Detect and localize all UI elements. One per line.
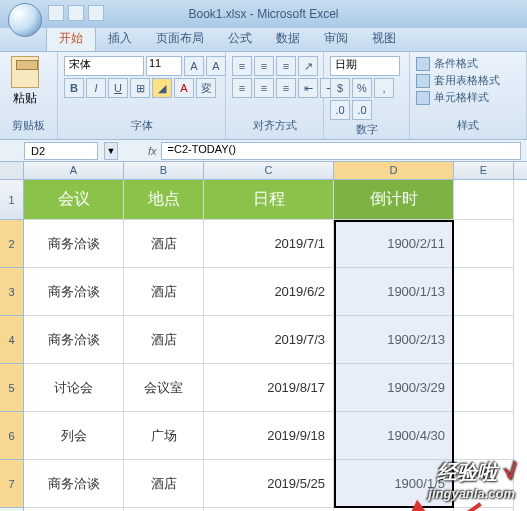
cell-C4[interactable]: 2019/7/3 [204, 316, 334, 364]
indent-decrease-button[interactable]: ⇤ [298, 78, 318, 98]
qat-undo-icon[interactable] [68, 5, 84, 21]
align-center-button[interactable]: ≡ [254, 78, 274, 98]
cell-B5[interactable]: 会议室 [124, 364, 204, 412]
cell-E5[interactable] [454, 364, 514, 412]
check-icon: √ [503, 459, 515, 484]
underline-button[interactable]: U [108, 78, 128, 98]
cell-A7[interactable]: 商务洽谈 [24, 460, 124, 508]
style-group-label: 样式 [416, 116, 520, 135]
fx-icon[interactable]: fx [148, 145, 157, 157]
cell-C3[interactable]: 2019/6/2 [204, 268, 334, 316]
fill-color-button[interactable]: ◢ [152, 78, 172, 98]
number-format-select[interactable]: 日期 [330, 56, 400, 76]
cell-D4[interactable]: 1900/2/13 [334, 316, 454, 364]
cell-E6[interactable] [454, 412, 514, 460]
tab-data[interactable]: 数据 [264, 26, 312, 51]
cell-C5[interactable]: 2019/8/17 [204, 364, 334, 412]
col-header-C[interactable]: C [204, 162, 334, 179]
cell-C6[interactable]: 2019/9/18 [204, 412, 334, 460]
cell-E2[interactable] [454, 220, 514, 268]
paste-icon [11, 56, 39, 88]
formula-bar-input[interactable]: =C2-TODAY() [161, 142, 521, 160]
paste-button[interactable]: 粘贴 [6, 56, 44, 116]
cell-A1[interactable]: 会议 [24, 180, 124, 220]
col-header-A[interactable]: A [24, 162, 124, 179]
cell-B7[interactable]: 酒店 [124, 460, 204, 508]
tab-review[interactable]: 审阅 [312, 26, 360, 51]
row-header-1[interactable]: 1 [0, 180, 24, 220]
row-header-6[interactable]: 6 [0, 412, 24, 460]
qat-redo-icon[interactable] [88, 5, 104, 21]
cell-A2[interactable]: 商务洽谈 [24, 220, 124, 268]
font-color-button[interactable]: A [174, 78, 194, 98]
format-as-table-button[interactable]: 套用表格格式 [416, 73, 500, 88]
percent-button[interactable]: % [352, 78, 372, 98]
number-group-label: 数字 [330, 120, 403, 139]
row-header-5[interactable]: 5 [0, 364, 24, 412]
cell-E1[interactable] [454, 180, 514, 220]
cell-D1[interactable]: 倒计时 [334, 180, 454, 220]
font-group-label: 字体 [64, 116, 219, 135]
font-size-select[interactable]: 11 [146, 56, 182, 76]
cell-D2[interactable]: 1900/2/11 [334, 220, 454, 268]
cell-B4[interactable]: 酒店 [124, 316, 204, 364]
qat-save-icon[interactable] [48, 5, 64, 21]
increase-decimal-button[interactable]: .0 [330, 100, 350, 120]
grow-font-button[interactable]: A [184, 56, 204, 76]
row-header-7[interactable]: 7 [0, 460, 24, 508]
cell-C7[interactable]: 2019/5/25 [204, 460, 334, 508]
cell-D6[interactable]: 1900/4/30 [334, 412, 454, 460]
bold-button[interactable]: B [64, 78, 84, 98]
col-header-E[interactable]: E [454, 162, 514, 179]
currency-button[interactable]: $ [330, 78, 350, 98]
name-box-dropdown[interactable]: ▼ [104, 142, 118, 160]
align-group-label: 对齐方式 [232, 116, 317, 135]
cell-A3[interactable]: 商务洽谈 [24, 268, 124, 316]
align-middle-button[interactable]: ≡ [254, 56, 274, 76]
shrink-font-button[interactable]: A [206, 56, 226, 76]
row-header-3[interactable]: 3 [0, 268, 24, 316]
row-header-2[interactable]: 2 [0, 220, 24, 268]
tab-page-layout[interactable]: 页面布局 [144, 26, 216, 51]
cell-A6[interactable]: 列会 [24, 412, 124, 460]
tab-insert[interactable]: 插入 [96, 26, 144, 51]
name-box[interactable]: D2 [24, 142, 98, 160]
comma-button[interactable]: , [374, 78, 394, 98]
cell-C1[interactable]: 日程 [204, 180, 334, 220]
cell-B1[interactable]: 地点 [124, 180, 204, 220]
italic-button[interactable]: I [86, 78, 106, 98]
border-button[interactable]: ⊞ [130, 78, 150, 98]
decrease-decimal-button[interactable]: .0 [352, 100, 372, 120]
office-button[interactable] [8, 3, 42, 37]
tab-home[interactable]: 开始 [46, 25, 96, 51]
cell-B2[interactable]: 酒店 [124, 220, 204, 268]
align-bottom-button[interactable]: ≡ [276, 56, 296, 76]
cell-D5[interactable]: 1900/3/29 [334, 364, 454, 412]
font-name-select[interactable]: 宋体 [64, 56, 144, 76]
cell-styles-button[interactable]: 单元格样式 [416, 90, 500, 105]
cell-C2[interactable]: 2019/7/1 [204, 220, 334, 268]
cell-styles-icon [416, 91, 430, 105]
window-title: Book1.xlsx - Microsoft Excel [188, 7, 338, 21]
phonetic-button[interactable]: 変 [196, 78, 216, 98]
cell-A5[interactable]: 讨论会 [24, 364, 124, 412]
align-top-button[interactable]: ≡ [232, 56, 252, 76]
conditional-format-button[interactable]: 条件格式 [416, 56, 500, 71]
cell-E3[interactable] [454, 268, 514, 316]
row-header-4[interactable]: 4 [0, 316, 24, 364]
col-header-D[interactable]: D [334, 162, 454, 179]
cell-B3[interactable]: 酒店 [124, 268, 204, 316]
tab-formulas[interactable]: 公式 [216, 26, 264, 51]
ribbon-tabs: 开始 插入 页面布局 公式 数据 审阅 视图 [0, 28, 527, 52]
cell-A4[interactable]: 商务洽谈 [24, 316, 124, 364]
cell-E4[interactable] [454, 316, 514, 364]
ribbon: 粘贴 剪贴板 宋体 11 A A B I U ⊞ ◢ A [0, 52, 527, 140]
align-left-button[interactable]: ≡ [232, 78, 252, 98]
orientation-button[interactable]: ↗ [298, 56, 318, 76]
select-all-corner[interactable] [0, 162, 24, 179]
cell-B6[interactable]: 广场 [124, 412, 204, 460]
align-right-button[interactable]: ≡ [276, 78, 296, 98]
cell-D3[interactable]: 1900/1/13 [334, 268, 454, 316]
tab-view[interactable]: 视图 [360, 26, 408, 51]
col-header-B[interactable]: B [124, 162, 204, 179]
